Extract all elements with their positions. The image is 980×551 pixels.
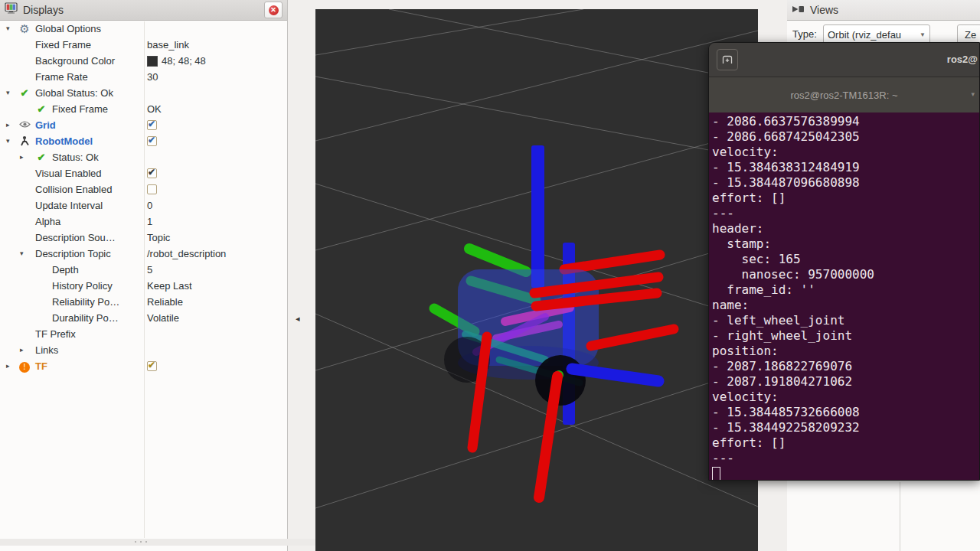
terminal-line: --- xyxy=(712,206,979,221)
terminal-line: --- xyxy=(712,451,979,466)
tree-row-label: Frame Rate xyxy=(35,71,88,83)
terminal-line: - right_wheel_joint xyxy=(712,328,979,344)
terminal-line: - 15.384487096680898 xyxy=(712,175,979,191)
views-panel-title: Views xyxy=(810,4,975,16)
tree-row-checkbox-cell[interactable]: ✔ xyxy=(147,119,157,130)
gear-icon: ⚙ xyxy=(18,23,31,35)
checkbox-checked[interactable]: ✔ xyxy=(147,168,157,178)
terminal-header-bar[interactable]: ros2@ xyxy=(709,43,979,77)
terminal-window: ros2@ ros2@ros2-TM1613R: ~ ▾ - 2086.6637… xyxy=(708,42,980,481)
displays-close-button[interactable]: ✕ xyxy=(264,2,283,18)
robot-icon xyxy=(18,135,31,149)
expand-arrow-icon[interactable]: ▾ xyxy=(20,249,24,257)
expand-arrow-icon[interactable]: ▾ xyxy=(6,89,10,96)
horizontal-splitter[interactable] xyxy=(0,539,315,546)
terminal-output[interactable]: - 2086.6637576389994- 2086.6687425042305… xyxy=(709,112,979,481)
robot-model xyxy=(434,145,674,497)
tab-list-chevron-icon[interactable]: ▾ xyxy=(971,90,975,98)
displays-panel-header[interactable]: Displays ✕ xyxy=(0,0,287,21)
expand-arrow-icon[interactable]: ▾ xyxy=(6,137,10,145)
check-icon: ✔ xyxy=(148,119,155,129)
terminal-cursor xyxy=(712,467,720,481)
terminal-line: name: xyxy=(712,298,979,313)
tree-row-label: Update Interval xyxy=(35,200,103,211)
new-tab-button[interactable] xyxy=(717,49,738,70)
collapsed-arrow-icon[interactable]: ▸ xyxy=(20,346,24,354)
checkbox-checked[interactable]: ✔ xyxy=(147,361,157,371)
tree-row-label: Alpha xyxy=(35,216,60,227)
expand-arrow-icon[interactable]: ▾ xyxy=(6,24,10,32)
tree-row-value[interactable]: 1 xyxy=(147,216,152,227)
terminal-line: velocity: xyxy=(712,145,979,160)
tree-row-value[interactable]: /robot_description xyxy=(147,248,226,259)
tree-row-value[interactable]: Topic xyxy=(147,232,170,243)
checkbox-checked[interactable]: ✔ xyxy=(147,136,157,146)
tree-row-checkbox-cell[interactable]: ✔ xyxy=(147,168,157,178)
tree-row-label: Reliability Po… xyxy=(52,296,119,308)
tree-row-label: Depth xyxy=(52,264,79,276)
terminal-line: nanosec: 957000000 xyxy=(712,267,979,282)
value-text: 5 xyxy=(147,264,152,276)
tree-row-label: Global Options xyxy=(35,23,101,34)
tree-row-checkbox-cell[interactable]: ✔ xyxy=(147,360,157,371)
tree-row-value[interactable]: 30 xyxy=(147,71,158,83)
tree-row-label: TF Prefix xyxy=(35,328,76,340)
tree-row-value[interactable]: Keep Last xyxy=(147,280,192,292)
tree-row-label: Fixed Frame xyxy=(52,103,108,115)
tree-row-label: Global Status: Ok xyxy=(35,87,113,99)
terminal-tab-bar[interactable]: ros2@ros2-TM1613R: ~ ▾ xyxy=(709,77,979,112)
terminal-line: sec: 165 xyxy=(712,252,979,267)
check-icon: ✔ xyxy=(35,103,47,115)
check-icon: ✔ xyxy=(148,360,155,370)
terminal-line: - 2087.186822769076 xyxy=(712,359,979,374)
tree-row-label: History Policy xyxy=(52,280,113,292)
tree-row-value[interactable]: OK xyxy=(147,103,162,115)
terminal-line: position: xyxy=(712,344,979,359)
value-text: 30 xyxy=(147,71,158,83)
tree-row-value[interactable]: Reliable xyxy=(147,296,183,308)
checkbox-checked[interactable]: ✔ xyxy=(147,120,157,130)
tree-row-label: Visual Enabled xyxy=(35,168,102,179)
tree-row-checkbox-cell[interactable]: ✔ xyxy=(147,135,157,146)
robot-model-scene xyxy=(315,9,758,551)
terminal-line: - 15.384485732666008 xyxy=(712,405,979,420)
tree-row-label: Description Sou… xyxy=(35,232,116,243)
value-text: OK xyxy=(147,103,162,115)
view-type-label: Type: xyxy=(792,28,817,40)
terminal-line: velocity: xyxy=(712,390,979,405)
value-text: 1 xyxy=(147,216,152,227)
terminal-line: - 15.384492258209232 xyxy=(712,420,979,435)
warning-icon: ! xyxy=(18,360,31,373)
terminal-line: - 2086.6687425042305 xyxy=(712,129,979,145)
displays-icon xyxy=(5,2,18,18)
terminal-window-title: ros2@ xyxy=(947,54,978,65)
collapsed-arrow-icon[interactable]: ▸ xyxy=(6,121,10,129)
render-viewport-3d[interactable] xyxy=(315,9,758,551)
value-text: Volatile xyxy=(147,312,179,324)
value-text: base_link xyxy=(147,39,189,51)
tree-row-label: RobotModel xyxy=(35,135,93,147)
value-text: /robot_description xyxy=(147,248,226,259)
bottom-panel-edge xyxy=(0,546,288,551)
tree-row-checkbox-cell[interactable] xyxy=(147,184,157,194)
check-icon: ✔ xyxy=(148,167,155,178)
tree-row-value[interactable]: 48; 48; 48 xyxy=(147,55,206,67)
tree-row-label: Status: Ok xyxy=(52,152,99,163)
value-text: Keep Last xyxy=(147,280,192,292)
terminal-lines: - 2086.6637576389994- 2086.6687425042305… xyxy=(712,114,979,466)
tree-row-value[interactable]: base_link xyxy=(147,39,189,51)
check-icon: ✔ xyxy=(35,152,47,163)
checkbox-unchecked[interactable] xyxy=(147,184,157,194)
tree-row-value[interactable]: 0 xyxy=(147,200,152,211)
collapsed-arrow-icon[interactable]: ▸ xyxy=(6,362,10,370)
views-panel-header[interactable]: Views xyxy=(787,0,980,21)
tree-row-value[interactable]: 5 xyxy=(147,264,152,276)
collapsed-arrow-icon[interactable]: ▸ xyxy=(20,153,24,161)
tab-plus-icon xyxy=(721,54,733,66)
rviz-window: Displays ✕ ▾⚙Global OptionsFixed Frameba… xyxy=(0,0,980,551)
panel-collapse-arrow-icon[interactable]: ◂ xyxy=(296,314,300,324)
terminal-line: - 2087.191804271062 xyxy=(712,374,979,390)
displays-panel: Displays ✕ ▾⚙Global OptionsFixed Frameba… xyxy=(0,0,288,539)
tree-row-value[interactable]: Volatile xyxy=(147,312,179,324)
tree-row-label: Durability Po… xyxy=(52,312,119,324)
